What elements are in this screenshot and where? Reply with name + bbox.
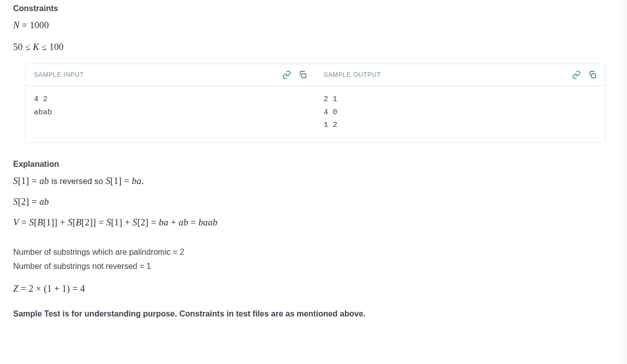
samples-row: SAMPLE INPUT 4 2 abab SAMPLE OUTPUT 2 1 … <box>25 64 606 143</box>
sample-input-title: SAMPLE INPUT <box>34 71 84 78</box>
sample-output-box: SAMPLE OUTPUT 2 1 4 0 1 2 <box>316 64 605 142</box>
link-icon[interactable] <box>282 70 291 79</box>
z-formula-line: Z = 2 × (1 + 1) = 4 <box>13 284 606 294</box>
explanation-line-3: V = S[B[1]] + S[B[2]] = S[1] + S[2] = ba… <box>13 217 606 228</box>
right-edge-shadow <box>619 0 627 364</box>
sample-input-header: SAMPLE INPUT <box>26 64 316 86</box>
explanation-heading: Explanation <box>13 160 606 169</box>
sample-input-box: SAMPLE INPUT 4 2 abab <box>26 64 316 142</box>
sample-output-title: SAMPLE OUTPUT <box>324 71 381 78</box>
constraints-heading: Constraints <box>13 4 606 13</box>
sample-input-body: 4 2 abab <box>26 86 316 129</box>
explanation-line-2: S[2] = ab <box>13 197 606 207</box>
svg-rect-1 <box>592 74 596 78</box>
sample-output-header: SAMPLE OUTPUT <box>316 64 605 86</box>
sample-input-icons <box>282 70 307 79</box>
copy-icon[interactable] <box>298 70 307 79</box>
sample-test-note: Sample Test is for understanding purpose… <box>13 309 606 318</box>
explanation-body: S[1] = ab is reversed so S[1] = ba. S[2]… <box>13 176 606 318</box>
link-icon[interactable] <box>572 70 581 79</box>
explanation-line-1: S[1] = ab is reversed so S[1] = ba. <box>13 176 606 187</box>
copy-icon[interactable] <box>588 70 597 79</box>
sample-output-body: 2 1 4 0 1 2 <box>316 86 605 142</box>
constraint-line-2: 50 ≤ K ≤ 100 <box>13 42 606 53</box>
sample-output-icons <box>572 70 597 79</box>
not-reversed-count-line: Number of substrings not reversed = 1 <box>13 259 606 274</box>
palindromic-count-line: Number of substrings which are palindrom… <box>13 245 606 259</box>
svg-rect-0 <box>302 74 306 78</box>
constraint-line-1: N = 1000 <box>13 20 606 31</box>
